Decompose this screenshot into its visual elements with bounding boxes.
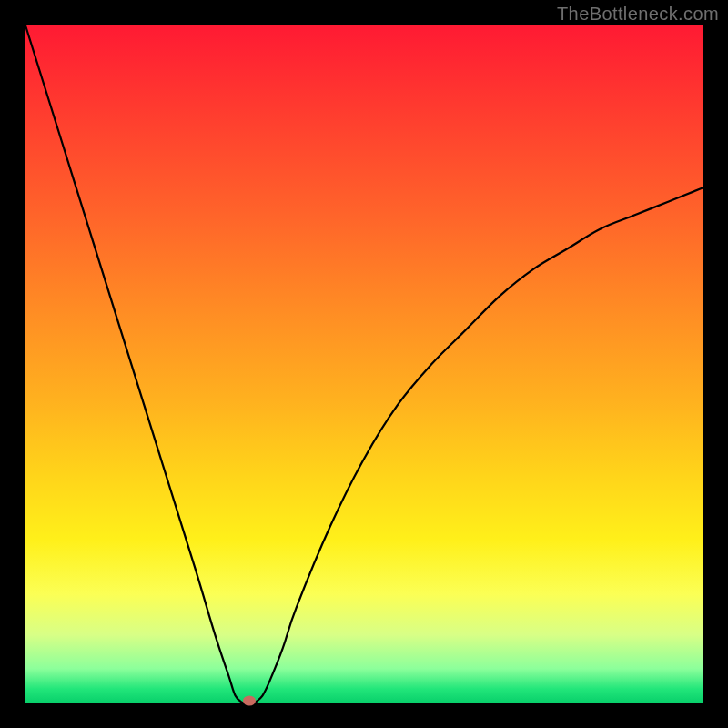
bottleneck-curve	[25, 25, 703, 703]
optimal-point-marker	[243, 696, 256, 706]
plot-area	[25, 25, 703, 703]
curve-path	[25, 25, 703, 703]
watermark-text: TheBottleneck.com	[557, 4, 719, 25]
chart-frame: TheBottleneck.com	[0, 0, 728, 728]
